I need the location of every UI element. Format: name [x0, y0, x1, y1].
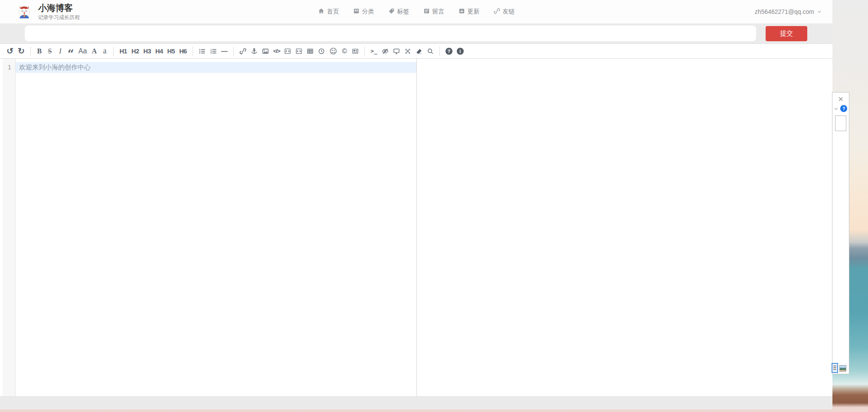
panel-view-switcher [832, 363, 849, 374]
heading2-icon[interactable]: H2 [130, 46, 141, 57]
table-icon[interactable] [305, 46, 315, 57]
blog-app: 小海博客 记录学习成长历程 首页分类标签留言更新友链 zh56462271@qq… [0, 0, 832, 409]
link-icon[interactable] [238, 46, 248, 57]
lowercase-icon[interactable]: a [100, 46, 109, 57]
chevron-down-icon [817, 9, 822, 14]
account-dropdown[interactable]: zh56462271@qq.com [755, 0, 822, 23]
preformatted-text-icon[interactable] [282, 46, 293, 57]
help-icon[interactable]: ? [840, 105, 847, 112]
toolbar-divider [30, 46, 31, 56]
ucwords-icon[interactable]: Aa [77, 46, 89, 57]
quote-icon[interactable]: “ [66, 46, 76, 57]
main-nav: 首页分类标签留言更新友链 [318, 0, 515, 23]
nav-item-updates[interactable]: 更新 [459, 8, 480, 16]
list-ol-icon[interactable]: 123 [208, 46, 219, 57]
line-number-gutter: 1 [3, 59, 16, 396]
undo-icon[interactable]: ↺ [5, 46, 15, 57]
close-icon[interactable]: × [838, 95, 843, 103]
toolbar-divider [364, 46, 365, 56]
svg-text:3: 3 [210, 52, 212, 54]
bold-icon[interactable]: B [35, 46, 44, 57]
code-block-icon[interactable] [294, 46, 304, 57]
blog-subtitle: 记录学习成长历程 [38, 14, 80, 21]
editor-active-line[interactable]: 欢迎来到小海的创作中心 [16, 62, 416, 73]
list-view-thumbnail[interactable] [832, 363, 838, 373]
blog-title[interactable]: 小海博客 [38, 3, 80, 13]
submit-button[interactable]: 提交 [766, 26, 807, 41]
emoji-icon[interactable]: ☺ [328, 46, 339, 57]
datetime-icon[interactable] [316, 46, 327, 57]
nav-item-guestbook[interactable]: 留言 [423, 8, 445, 16]
home-icon [318, 8, 324, 16]
editor-body: 1 欢迎来到小海的创作中心 [0, 59, 832, 396]
watch-icon[interactable] [380, 46, 390, 57]
compose-title-row: 提交 [0, 23, 832, 43]
redo-icon[interactable]: ↻ [16, 46, 26, 57]
clear-icon[interactable] [414, 46, 424, 57]
site-logo-avatar[interactable] [16, 4, 32, 20]
horizontal-rule-icon[interactable]: — [219, 46, 229, 57]
heading4-icon[interactable]: H4 [154, 46, 165, 57]
strikethrough-icon[interactable]: S [45, 46, 55, 57]
heading6-icon[interactable]: H6 [177, 46, 189, 57]
avatar-icon [16, 4, 32, 20]
list-ul-icon[interactable] [197, 46, 207, 57]
goto-line-icon[interactable]: >_ [369, 46, 379, 57]
message-icon [423, 8, 430, 16]
preview-icon[interactable] [391, 46, 402, 57]
anchor-icon[interactable] [249, 46, 259, 57]
search-icon[interactable] [425, 46, 436, 57]
italic-icon[interactable]: I [56, 46, 65, 57]
nav-item-home[interactable]: 首页 [318, 8, 339, 16]
page-footer [0, 396, 832, 409]
image-icon[interactable] [260, 46, 271, 57]
panel-controls-row: ? [832, 103, 849, 112]
inline-code-icon[interactable]: </> [272, 46, 282, 57]
image-view-thumbnail[interactable] [839, 365, 846, 372]
html-entities-icon[interactable]: © [340, 46, 349, 57]
toolbar-divider [233, 46, 234, 56]
site-header: 小海博客 记录学习成长历程 首页分类标签留言更新友链 zh56462271@qq… [0, 0, 832, 23]
panel-input[interactable] [835, 115, 846, 131]
uppercase-icon[interactable]: A [89, 46, 99, 57]
nav-item-label: 标签 [397, 8, 409, 16]
nav-item-categories[interactable]: 分类 [353, 8, 374, 16]
pagebreak-icon[interactable] [350, 46, 360, 57]
markdown-code-pane[interactable]: 欢迎来到小海的创作中心 [16, 59, 416, 396]
post-title-input[interactable] [25, 26, 756, 41]
nav-item-label: 留言 [432, 8, 445, 16]
update-icon [459, 8, 465, 16]
title-block: 小海博客 记录学习成长历程 [38, 3, 80, 21]
heading3-icon[interactable]: H3 [141, 46, 153, 57]
info-icon[interactable]: i [455, 46, 465, 57]
toolbar-divider [193, 46, 193, 56]
chain-icon [494, 8, 500, 16]
nav-item-friend-links[interactable]: 友链 [494, 8, 515, 16]
fullscreen-icon[interactable] [403, 46, 413, 57]
heading1-icon[interactable]: H1 [118, 46, 129, 57]
toolbar-divider [113, 46, 114, 56]
nav-item-label: 友链 [503, 8, 515, 16]
nav-item-label: 首页 [327, 8, 339, 16]
chevron-down-icon[interactable] [834, 106, 839, 111]
help-icon[interactable]: ? [444, 46, 454, 57]
nav-item-label: 更新 [468, 8, 480, 16]
floating-side-panel: × ? [832, 92, 849, 374]
category-icon [353, 8, 360, 16]
heading5-icon[interactable]: H5 [166, 46, 177, 57]
tag-icon [388, 8, 395, 16]
account-email: zh56462271@qq.com [755, 8, 814, 15]
toolbar-divider [439, 46, 440, 56]
nav-item-tags[interactable]: 标签 [388, 8, 409, 16]
markdown-toolbar: ↺↻BSI“AaAaH1H2H3H4H5H6123—</>☺©>_?i [0, 43, 832, 59]
markdown-preview-pane [416, 59, 832, 396]
nav-item-label: 分类 [362, 8, 374, 16]
line-number: 1 [3, 62, 11, 73]
